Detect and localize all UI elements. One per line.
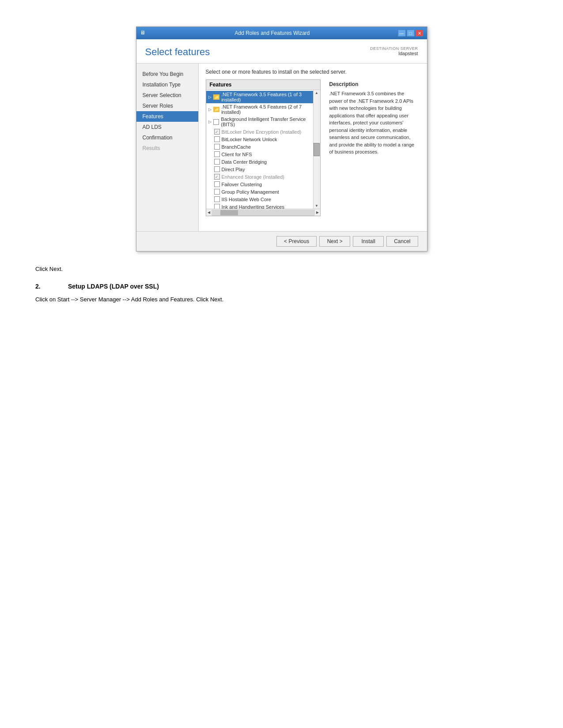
checkbox-icon[interactable] [214,166,220,172]
list-item[interactable]: ▷ IIS Hostable Web Core [206,195,313,203]
list-item[interactable]: ▷ Ink and Handwriting Services [206,203,313,209]
checkbox-icon[interactable] [214,204,220,209]
feature-label: Enhanced Storage (Installed) [222,174,284,180]
expand-icon: ▷ [208,174,213,180]
dialog-body: Before You Begin Installation Type Serve… [136,64,427,231]
checkbox-icon[interactable] [214,136,220,142]
list-item[interactable]: ▷ ✓ Enhanced Storage (Installed) [206,173,313,180]
window-title: Add Roles and Features Wizard [147,30,398,36]
restore-button[interactable]: □ [407,30,415,37]
scroll-down-arrow[interactable]: ▼ [314,203,319,209]
features-list[interactable]: ▷ 📁 .NET Framework 3.5 Features (1 of 3 … [206,90,313,209]
scroll-up-arrow[interactable]: ▲ [314,90,319,96]
list-item[interactable]: ▷ Client for NFS [206,150,313,158]
checkbox-icon[interactable] [214,196,220,202]
description-header: Description [329,81,416,87]
list-item[interactable]: ▷ Direct Play [206,165,313,173]
nav-item-features[interactable]: Features [136,111,198,122]
feature-label: Failover Clustering [222,182,262,187]
checkbox-icon[interactable]: ✓ [214,174,220,180]
title-bar: 🖥 Add Roles and Features Wizard — □ ✕ [136,27,427,39]
feature-label: BitLocker Drive Encryption (Installed) [222,129,302,135]
instruction-text: Select one or more features to install o… [206,69,420,75]
destination-info: DESTINATION SERVER ldapstest [370,46,418,56]
nav-item-server-roles[interactable]: Server Roles [136,101,198,111]
nav-item-confirmation[interactable]: Confirmation [136,132,198,143]
checkbox-icon[interactable] [214,181,220,187]
section2-title: Setup LDAPS (LDAP over SSL) [68,283,159,290]
feature-label: BranchCache [222,144,251,150]
minimize-button[interactable]: — [398,30,406,37]
scroll-left-arrow[interactable]: ◀ [206,210,212,214]
features-list-header: Features [206,80,320,90]
nav-item-installation-type[interactable]: Installation Type [136,79,198,90]
feature-label: BitLocker Network Unlock [222,137,277,142]
cancel-button[interactable]: Cancel [386,236,418,247]
nav-item-before-you-begin[interactable]: Before You Begin [136,69,198,79]
list-item[interactable]: ▷ Group Policy Management [206,188,313,195]
expand-icon: ▷ [208,159,213,165]
right-content: Select one or more features to install o… [198,64,427,231]
checkbox-icon[interactable] [214,144,220,150]
dialog-title: Select features [145,46,210,58]
window-wrapper: 🖥 Add Roles and Features Wizard — □ ✕ Se… [136,26,427,251]
close-button[interactable]: ✕ [416,30,423,37]
list-item[interactable]: ▷ 📁 .NET Framework 4.5 Features (2 of 7 … [206,103,313,116]
checkbox-icon[interactable]: ✓ [214,129,220,135]
feature-label: Ink and Handwriting Services [222,204,284,209]
expand-icon: ▷ [208,182,213,187]
feature-label: IIS Hostable Web Core [222,197,271,202]
nav-item-ad-lds[interactable]: AD LDS [136,122,198,132]
expand-icon: ▷ [208,144,213,150]
checkbox-icon[interactable] [213,119,219,125]
expand-icon: ▷ [208,107,213,112]
list-item[interactable]: ▷ Background Intelligent Transfer Servic… [206,116,313,128]
vertical-scrollbar[interactable]: ▲ ▼ [313,90,320,209]
checkbox-icon[interactable] [214,189,220,195]
folder-icon: 📁 [213,107,219,112]
feature-label: .NET Framework 4.5 Features (2 of 7 inst… [221,104,311,115]
expand-icon: ▷ [208,94,213,100]
list-item[interactable]: ▷ 📁 .NET Framework 3.5 Features (1 of 3 … [206,91,313,103]
features-section: Features ▷ 📁 .NET Framework 3.5 Features… [206,79,420,216]
feature-label: .NET Framework 3.5 Features (1 of 3 inst… [221,92,311,102]
install-button[interactable]: Install [353,236,384,247]
scroll-right-arrow[interactable]: ▶ [315,210,320,214]
scroll-thumb[interactable] [314,143,320,156]
expand-icon: ▷ [208,189,213,195]
list-item[interactable]: ▷ BranchCache [206,143,313,150]
h-scroll-track[interactable] [212,210,315,216]
destination-name: ldapstest [370,51,418,56]
expand-icon: ▷ [208,137,213,142]
section2-number: 2. [35,283,57,290]
list-item[interactable]: ▷ Failover Clustering [206,180,313,188]
section2-heading: 2. Setup LDAPS (LDAP over SSL) [35,283,528,290]
feature-label: Background Intelligent Transfer Service … [221,116,311,127]
list-item[interactable]: ▷ ✓ BitLocker Drive Encryption (Installe… [206,128,313,135]
dialog-footer: < Previous Next > Install Cancel [136,231,427,251]
horizontal-scrollbar[interactable]: ◀ ▶ [206,209,320,216]
expand-icon: ▷ [208,204,213,209]
next-button[interactable]: Next > [319,236,350,247]
expand-icon: ▷ [208,167,213,172]
feature-label: Group Policy Management [222,189,279,195]
list-item[interactable]: ▷ BitLocker Network Unlock [206,135,313,143]
click-next-text: Click Next. [35,265,528,274]
h-scroll-thumb[interactable] [220,210,238,215]
expand-icon: ▷ [208,197,213,202]
left-nav: Before You Begin Installation Type Serve… [136,64,198,231]
nav-item-server-selection[interactable]: Server Selection [136,90,198,101]
window-icon: 🖥 [140,30,147,37]
destination-label: DESTINATION SERVER [370,46,418,51]
previous-button[interactable]: < Previous [276,236,317,247]
feature-label: Direct Play [222,167,245,172]
dialog-header: Select features DESTINATION SERVER ldaps… [136,39,427,64]
expand-icon: ▷ [208,152,213,157]
title-bar-controls: — □ ✕ [398,30,423,37]
list-item[interactable]: ▷ Data Center Bridging [206,158,313,165]
dialog-content: Select features DESTINATION SERVER ldaps… [136,39,427,251]
checkbox-icon[interactable] [214,151,220,157]
expand-icon: ▷ [208,119,213,124]
checkbox-icon[interactable] [214,159,220,165]
features-list-container: Features ▷ 📁 .NET Framework 3.5 Features… [206,79,321,216]
